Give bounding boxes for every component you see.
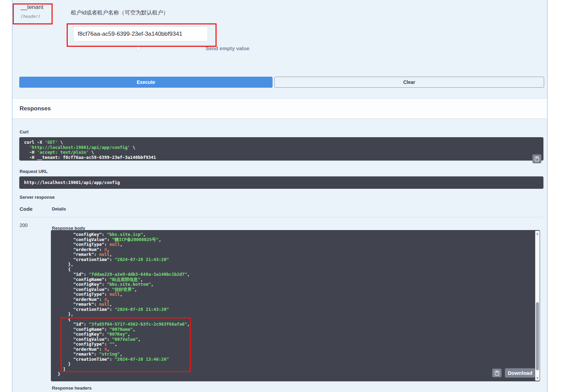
code-line: -H 'accept: text/plain' \	[24, 150, 539, 155]
code-line: "configKey": "bbs.site.bottom",	[58, 282, 532, 287]
copy-icon	[495, 370, 499, 376]
code-line: -H __tenant: f8cf76aa-ac59-6399-23ef-3a1…	[24, 155, 539, 160]
scroll-up-icon[interactable]: ▲	[535, 232, 540, 236]
response-headers-label: Response headers	[52, 385, 92, 391]
annotation-box-tenant-input	[67, 23, 217, 47]
download-button[interactable]: Download	[505, 368, 535, 378]
code-line: "configType": null,	[58, 292, 532, 297]
code-line: "remark": null,	[58, 302, 532, 307]
parameter-description: 租户id或者租户名称（可空为默认租户）	[71, 9, 168, 17]
request-url-label: Request URL	[20, 169, 48, 174]
table-divider	[19, 217, 544, 217]
code-line: "configKey": "bbs.site.icp",	[58, 232, 532, 237]
code-line: "creationTime": "2024-07-28 21:43:20"	[58, 307, 532, 312]
copy-response-button[interactable]	[492, 369, 502, 377]
details-column-header: Details	[52, 207, 66, 211]
request-url-block: http://localhost:19001/api/app/config	[19, 176, 543, 189]
swagger-page: __tenant (header) 租户id或者租户名称（可空为默认租户） Se…	[0, 0, 573, 392]
code-line: "configType": null,	[58, 242, 532, 247]
code-line: "orderNum": 0,	[58, 297, 532, 302]
request-url-value: http://localhost:19001/api/app/config	[24, 180, 539, 185]
code-line: "creationTime": "2024-07-28 21:43:20"	[58, 257, 532, 262]
code-line: "configName": "站点底部信息",	[58, 277, 532, 282]
code-line: 'http://localhost:19001/api/app/config' …	[24, 145, 539, 150]
scroll-down-icon[interactable]: ▼	[535, 377, 540, 380]
status-code: 200	[20, 222, 27, 228]
code-line: {	[58, 267, 532, 272]
annotation-box-tenant-param	[13, 3, 53, 24]
copy-curl-button[interactable]	[532, 154, 541, 163]
code-line: "remark": null,	[58, 252, 532, 257]
code-column-header: Code	[20, 206, 33, 212]
scrollbar-thumb[interactable]	[536, 302, 539, 370]
code-line: "configValue": "你好世界",	[58, 287, 532, 292]
code-line: },	[58, 262, 532, 267]
responses-title: Responses	[20, 105, 51, 112]
curl-command-block: curl -X 'GET' \ 'http://localhost:19001/…	[19, 137, 543, 161]
clear-button[interactable]: Clear	[274, 77, 544, 88]
server-response-label: Server response	[20, 195, 55, 200]
execute-button[interactable]: Execute	[19, 77, 273, 88]
code-line: "configValue": "赣ICP备20008025号",	[58, 237, 532, 242]
code-line: "orderNum": 0,	[58, 247, 532, 252]
copy-icon	[535, 156, 539, 162]
code-line: curl -X 'GET' \	[24, 140, 539, 145]
annotation-box-response-object	[60, 317, 191, 372]
code-line: }	[58, 372, 532, 377]
code-line: },	[58, 312, 532, 317]
curl-label: Curl	[20, 129, 29, 134]
code-line: "id": "fddae229-a2e9-ddb3-648a-3a140bc1b…	[58, 272, 532, 277]
responses-header-band: Responses	[12, 98, 547, 119]
